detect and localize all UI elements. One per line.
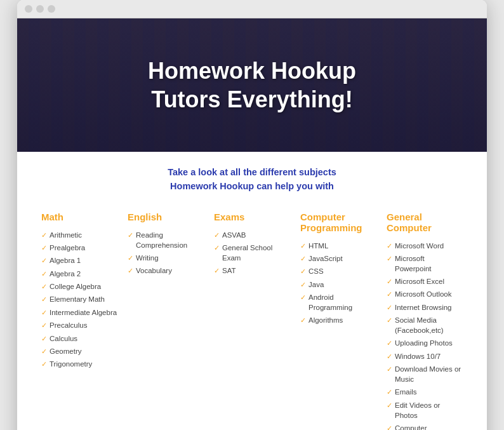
list-item-text: Social Media (Facebook,etc) xyxy=(395,315,463,335)
check-icon: ✓ xyxy=(41,321,47,330)
list-item: ✓Microsoft Powerpoint xyxy=(387,253,463,274)
window-dot-1 xyxy=(25,5,32,13)
check-icon: ✓ xyxy=(300,280,306,290)
check-icon: ✓ xyxy=(300,241,306,251)
list-item-text: Emails xyxy=(395,387,417,397)
list-item-text: Geometry xyxy=(50,346,82,356)
list-item-text: ASVAB xyxy=(222,230,246,240)
column-general-computer: General Computer✓Microsoft Word✓Microsof… xyxy=(381,212,468,431)
list-item: ✓Android Programming xyxy=(300,292,376,312)
check-icon: ✓ xyxy=(128,231,133,240)
list-item-text: Microsoft Powerpoint xyxy=(395,253,463,274)
list-item-text: Internet Browsing xyxy=(395,302,452,312)
list-item: ✓Uploading Photos xyxy=(387,338,463,348)
list-item-text: Java xyxy=(308,279,324,290)
column-title-exams: Exams xyxy=(214,212,290,222)
list-item-text: Arithmetic xyxy=(50,230,82,240)
check-icon: ✓ xyxy=(300,293,306,302)
check-icon: ✓ xyxy=(387,254,392,264)
check-icon: ✓ xyxy=(41,269,47,279)
list-item: ✓Microsoft Outlook xyxy=(387,289,463,299)
subtitle-text: Take a look at all the different subject… xyxy=(30,166,474,194)
list-item-text: Trigonometry xyxy=(50,359,92,369)
list-item: ✓Algorithms xyxy=(300,315,376,325)
subtitle-line1: Take a look at all the different subject… xyxy=(30,166,474,180)
list-item: ✓Arithmetic xyxy=(41,230,117,240)
check-icon: ✓ xyxy=(387,290,392,299)
list-item: ✓Precalculus xyxy=(41,320,117,330)
check-icon: ✓ xyxy=(41,243,47,253)
list-item-text: HTML xyxy=(308,241,328,251)
list-item-text: Precalculus xyxy=(50,320,87,330)
column-exams: Exams✓ASVAB✓General School Exam✓SAT xyxy=(209,212,295,431)
browser-toolbar xyxy=(17,0,487,18)
check-icon: ✓ xyxy=(41,347,47,356)
list-item-text: Intermediate Algebra xyxy=(50,307,117,318)
list-item: ✓ASVAB xyxy=(214,230,290,240)
list-item-text: Prealgebra xyxy=(50,243,85,253)
column-title-math: Math xyxy=(41,212,117,222)
list-item: ✓Windows 10/7 xyxy=(387,351,463,361)
hero-section: Homework Hookup Tutors Everything! xyxy=(17,18,487,152)
check-icon: ✓ xyxy=(41,282,47,292)
list-item: ✓Microsoft Word xyxy=(387,241,463,251)
list-item: ✓Java xyxy=(300,279,376,290)
list-item: ✓Reading Comprehension xyxy=(128,230,204,250)
list-item: ✓Microsoft Excel xyxy=(387,276,463,286)
list-item: ✓Social Media (Facebook,etc) xyxy=(387,315,463,335)
list-item-text: SAT xyxy=(222,265,236,276)
check-icon: ✓ xyxy=(41,295,47,304)
check-icon: ✓ xyxy=(41,308,47,318)
hero-line2: Tutors Everything! xyxy=(148,85,356,114)
check-icon: ✓ xyxy=(300,316,306,325)
list-item-text: Microsoft Word xyxy=(395,241,444,251)
check-icon: ✓ xyxy=(387,316,392,325)
column-math: Math✓Arithmetic✓Prealgebra✓Algebra 1✓Alg… xyxy=(36,212,123,431)
column-list-general-computer: ✓Microsoft Word✓Microsoft Powerpoint✓Mic… xyxy=(387,241,463,431)
column-computer-programming: Computer Programming✓HTML✓JavaScript✓CSS… xyxy=(295,212,381,431)
column-list-english: ✓Reading Comprehension✓Writing✓Vocabular… xyxy=(128,230,204,276)
check-icon: ✓ xyxy=(214,231,220,240)
list-item: ✓Vocabulary xyxy=(128,265,204,276)
list-item: ✓Calculus xyxy=(41,333,117,344)
list-item-text: Uploading Photos xyxy=(395,338,453,348)
check-icon: ✓ xyxy=(214,266,220,276)
check-icon: ✓ xyxy=(41,359,47,369)
hero-line1: Homework Hookup xyxy=(148,57,356,85)
list-item: ✓HTML xyxy=(300,241,376,251)
list-item-text: Elementary Math xyxy=(50,294,105,304)
list-item: ✓Internet Browsing xyxy=(387,302,463,312)
list-item-text: Algorithms xyxy=(308,315,343,325)
list-item-text: JavaScript xyxy=(308,253,343,264)
list-item: ✓Emails xyxy=(387,387,463,397)
check-icon: ✓ xyxy=(41,231,47,240)
list-item: ✓Download Movies or Music xyxy=(387,364,463,384)
check-icon: ✓ xyxy=(128,253,133,263)
column-title-english: English xyxy=(128,212,204,222)
check-icon: ✓ xyxy=(41,334,47,344)
check-icon: ✓ xyxy=(387,387,392,397)
list-item: ✓CSS xyxy=(300,266,376,276)
list-item-text: Algebra 1 xyxy=(50,255,81,265)
check-icon: ✓ xyxy=(41,256,47,265)
column-list-exams: ✓ASVAB✓General School Exam✓SAT xyxy=(214,230,290,276)
list-item: ✓Intermediate Algebra xyxy=(41,307,117,318)
list-item: ✓Elementary Math xyxy=(41,294,117,304)
check-icon: ✓ xyxy=(387,424,392,430)
check-icon: ✓ xyxy=(387,339,392,348)
window-dot-2 xyxy=(36,5,44,13)
check-icon: ✓ xyxy=(300,267,306,276)
list-item-text: Calculus xyxy=(50,333,77,344)
check-icon: ✓ xyxy=(387,401,392,410)
list-item-text: Edit Videos or Photos xyxy=(395,400,463,420)
check-icon: ✓ xyxy=(128,266,133,276)
list-item-text: Windows 10/7 xyxy=(395,351,441,361)
list-item-text: Microsoft Excel xyxy=(395,276,444,286)
list-item-text: Microsoft Outlook xyxy=(395,289,451,299)
check-icon: ✓ xyxy=(387,277,392,286)
list-item: ✓Geometry xyxy=(41,346,117,356)
column-english: English✓Reading Comprehension✓Writing✓Vo… xyxy=(123,212,209,431)
check-icon: ✓ xyxy=(387,241,392,251)
list-item-text: Android Programming xyxy=(308,292,376,312)
column-title-general-computer: General Computer xyxy=(387,212,463,233)
